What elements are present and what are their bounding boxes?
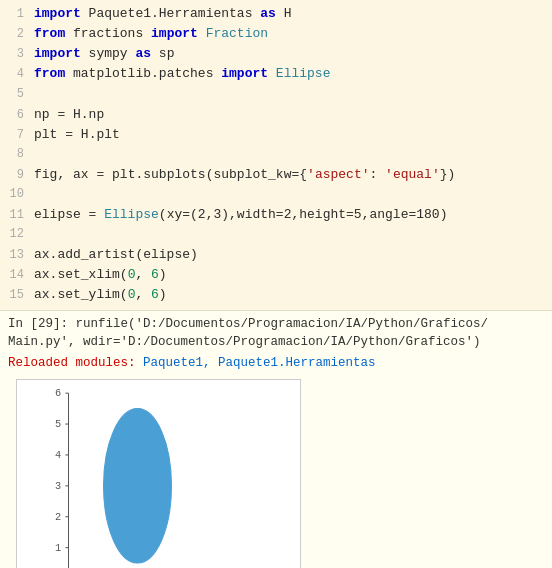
line-number: 7 — [0, 126, 24, 145]
line-number: 5 — [0, 85, 24, 104]
line-number: 9 — [0, 166, 24, 185]
svg-text:6: 6 — [55, 388, 61, 399]
code-line: 5 — [0, 85, 552, 105]
line-content: ax.set_ylim(0, 6) — [34, 285, 546, 305]
line-content: elipse = Ellipse(xy=(2,3),width=2,height… — [34, 205, 546, 225]
reload-modules: Paquete1, Paquete1.Herramientas — [143, 356, 376, 370]
output-prompt: In [29]: runfile('D:/Documentos/Programa… — [8, 315, 544, 353]
code-line: 8 — [0, 145, 552, 165]
code-line: 12 — [0, 225, 552, 245]
line-number: 8 — [0, 145, 24, 164]
line-content: ax.add_artist(elipse) — [34, 245, 546, 265]
output-block: In [29]: runfile('D:/Documentos/Programa… — [0, 310, 552, 568]
line-content: ax.set_xlim(0, 6) — [34, 265, 546, 285]
line-number: 1 — [0, 5, 24, 24]
code-line: 9fig, ax = plt.subplots(subplot_kw={'asp… — [0, 165, 552, 185]
line-content: fig, ax = plt.subplots(subplot_kw={'aspe… — [34, 165, 546, 185]
line-content: from fractions import Fraction — [34, 24, 546, 44]
line-number: 13 — [0, 246, 24, 265]
code-line: 7plt = H.plt — [0, 125, 552, 145]
code-line: 4from matplotlib.patches import Ellipse — [0, 64, 552, 84]
line-number: 10 — [0, 185, 24, 204]
svg-text:1: 1 — [55, 542, 61, 554]
line-content: np = H.np — [34, 105, 546, 125]
line-number: 6 — [0, 106, 24, 125]
svg-text:5: 5 — [55, 418, 61, 430]
plot-ellipse — [104, 408, 172, 562]
plot-container: 0 1 2 3 4 5 6 0 1 2 3 4 5 — [16, 379, 301, 568]
svg-text:2: 2 — [55, 511, 61, 523]
code-line: 6np = H.np — [0, 105, 552, 125]
line-content: plt = H.plt — [34, 125, 546, 145]
line-number: 11 — [0, 206, 24, 225]
reload-label: Reloaded modules: — [8, 356, 143, 370]
line-number: 4 — [0, 65, 24, 84]
code-line: 1import Paquete1.Herramientas as H — [0, 4, 552, 24]
line-number: 15 — [0, 286, 24, 305]
line-content: import sympy as sp — [34, 44, 546, 64]
svg-text:4: 4 — [55, 449, 61, 461]
code-line: 3import sympy as sp — [0, 44, 552, 64]
line-content: import Paquete1.Herramientas as H — [34, 4, 546, 24]
code-line: 11elipse = Ellipse(xy=(2,3),width=2,heig… — [0, 205, 552, 225]
line-number: 3 — [0, 45, 24, 64]
line-content: from matplotlib.patches import Ellipse — [34, 64, 546, 84]
code-editor: 1import Paquete1.Herramientas as H2from … — [0, 0, 552, 310]
code-line: 13ax.add_artist(elipse) — [0, 245, 552, 265]
code-line: 10 — [0, 185, 552, 205]
code-line: 2from fractions import Fraction — [0, 24, 552, 44]
plot-svg: 0 1 2 3 4 5 6 0 1 2 3 4 5 — [47, 388, 296, 568]
line-number: 12 — [0, 225, 24, 244]
svg-text:3: 3 — [55, 480, 61, 492]
code-line: 15ax.set_ylim(0, 6) — [0, 285, 552, 305]
line-number: 14 — [0, 266, 24, 285]
line-number: 2 — [0, 25, 24, 44]
code-line: 14ax.set_xlim(0, 6) — [0, 265, 552, 285]
reload-line: Reloaded modules: Paquete1, Paquete1.Her… — [8, 354, 544, 373]
